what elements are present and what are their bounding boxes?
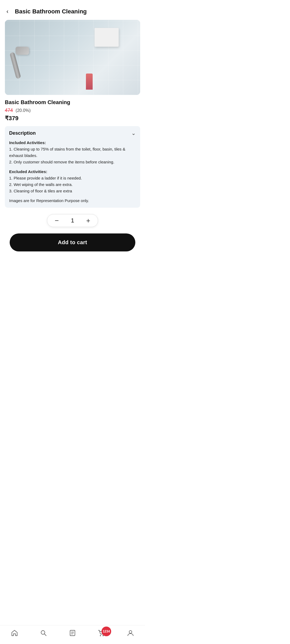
excluded-items: 1. Please provide a ladder if it is need… xyxy=(9,176,82,193)
description-header[interactable]: Description ⌄ xyxy=(9,130,136,136)
towel-decoration xyxy=(95,28,119,47)
product-info: Basic Bathroom Cleaning 474 (20.0%) ₹379… xyxy=(0,99,145,256)
description-content: Included Activities: 1. Cleaning up to 7… xyxy=(9,140,136,204)
description-box: Description ⌄ Included Activities: 1. Cl… xyxy=(5,126,140,208)
header: ‹ Basic Bathroom Cleaning xyxy=(0,0,145,20)
quantity-section: − 1 + xyxy=(5,214,140,227)
add-to-cart-button[interactable]: Add to cart xyxy=(10,233,135,251)
back-button[interactable]: ‹ xyxy=(5,8,10,16)
excluded-section: Excluded Activities: 1. Please provide a… xyxy=(9,169,136,194)
bathroom-image xyxy=(5,20,140,95)
chevron-down-icon: ⌄ xyxy=(131,130,136,136)
decrease-quantity-button[interactable]: − xyxy=(54,217,60,224)
discount-text: (20.0%) xyxy=(16,108,31,113)
increase-quantity-button[interactable]: + xyxy=(85,217,91,224)
cloth-decoration xyxy=(86,74,93,90)
current-price: ₹379 xyxy=(5,115,140,122)
original-price: 474 xyxy=(5,108,13,113)
price-row: 474 (20.0%) xyxy=(5,108,140,113)
included-items: 1. Cleaning up to 75% of stains from the… xyxy=(9,147,125,164)
product-name: Basic Bathroom Cleaning xyxy=(5,99,140,105)
page-title: Basic Bathroom Cleaning xyxy=(15,8,87,15)
shower-head-decoration xyxy=(16,47,29,55)
description-label: Description xyxy=(9,130,36,136)
quantity-value: 1 xyxy=(68,217,77,224)
shower-hose-decoration xyxy=(9,52,21,79)
quantity-control: − 1 + xyxy=(47,214,98,227)
included-title: Included Activities: 1. Cleaning up to 7… xyxy=(9,140,136,165)
add-to-cart-section: Add to cart xyxy=(5,233,140,256)
product-image xyxy=(5,20,140,95)
image-note: Images are for Representation Purpose on… xyxy=(9,197,136,204)
